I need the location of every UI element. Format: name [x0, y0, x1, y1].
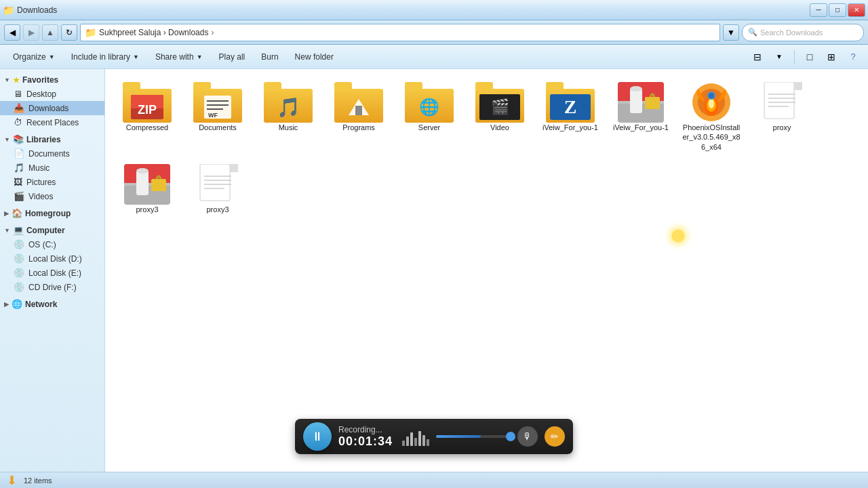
address-dropdown[interactable]: ▼	[723, 24, 739, 41]
file-item-video[interactable]: 🎬 Video	[466, 77, 534, 157]
file-item-compressed[interactable]: ZIP Compressed	[113, 77, 181, 157]
network-header[interactable]: ▶ 🌐 Network	[0, 297, 104, 311]
play-all-button[interactable]: Play all	[212, 47, 253, 66]
view-dropdown-button[interactable]: ▼	[770, 48, 789, 66]
homegroup-icon: 🏠	[12, 208, 22, 218]
network-icon: 🌐	[12, 299, 22, 309]
computer-header[interactable]: ▼ 💻 Computer	[0, 223, 104, 237]
file-label-programs: Programs	[342, 123, 375, 132]
address-path[interactable]: 📁 Sukhpreet Saluja › Downloads ›	[80, 24, 720, 41]
recent-icon: ⏱	[14, 117, 22, 127]
svg-rect-36	[200, 164, 230, 201]
svg-rect-15	[645, 97, 660, 109]
file-label-proxy3-rar: proxy3	[136, 205, 158, 214]
svg-point-34	[136, 168, 149, 174]
file-label-video: Video	[490, 123, 509, 132]
computer-section: ▼ 💻 Computer 💿 OS (C:) 💿 Local Disk (D:)…	[0, 223, 104, 294]
homegroup-arrow: ▶	[4, 210, 9, 217]
svg-rect-33	[136, 171, 149, 195]
folder-icon-sm: 📁	[85, 27, 96, 38]
file-item-proxy[interactable]: proxy	[748, 77, 816, 157]
organize-dropdown-icon: ▼	[49, 54, 55, 60]
recording-bar: ⏸ Recording... 00:01:34 🎙 ✏	[295, 419, 573, 454]
item-count: 12 items	[24, 476, 52, 485]
pictures-icon: 🖼	[14, 177, 22, 187]
drive-c-icon: 💿	[14, 239, 24, 249]
share-dropdown-icon: ▼	[197, 54, 203, 60]
music-icon: 🎵	[14, 163, 24, 173]
file-item-proxy3-rar[interactable]: proxy3	[113, 159, 181, 219]
file-item-iview2[interactable]: iVeiw_For_you-1	[607, 77, 675, 157]
network-section: ▶ 🌐 Network	[0, 297, 104, 311]
homegroup-header[interactable]: ▶ 🏠 Homegroup	[0, 206, 104, 220]
file-item-server[interactable]: 🌐 Server	[395, 77, 463, 157]
forward-button[interactable]: ▶	[23, 24, 39, 41]
sidebar-item-pictures[interactable]: 🖼 Pictures	[0, 175, 104, 189]
file-item-documents[interactable]: WF Documents	[184, 77, 252, 157]
burn-button[interactable]: Burn	[254, 47, 285, 66]
favorites-arrow: ▼	[4, 77, 10, 83]
favorites-star-icon: ★	[13, 76, 20, 85]
sidebar-item-music[interactable]: 🎵 Music	[0, 161, 104, 175]
sidebar: ▼ ★ Favorites 🖥 Desktop 📥 Downloads ⏱ Re…	[0, 69, 105, 472]
preview-pane-button[interactable]: ⊞	[822, 48, 841, 66]
sidebar-item-local-e[interactable]: 💿 Local Disk (E:)	[0, 266, 104, 280]
homegroup-section: ▶ 🏠 Homegroup	[0, 206, 104, 220]
title-left: 📁 Downloads	[3, 5, 57, 16]
svg-rect-38	[230, 164, 238, 172]
downloads-icon: 📥	[14, 103, 24, 113]
sidebar-item-local-d[interactable]: 💿 Local Disk (D:)	[0, 251, 104, 266]
file-item-programs[interactable]: Programs	[325, 77, 393, 157]
favorites-section: ▼ ★ Favorites 🖥 Desktop 📥 Downloads ⏱ Re…	[0, 73, 104, 129]
titlebar: 📁 Downloads ─ □ ✕	[0, 0, 868, 20]
view-extra-large-button[interactable]: ⊟	[748, 48, 767, 66]
include-library-button[interactable]: Include in library ▼	[64, 47, 146, 66]
file-label-compressed: Compressed	[126, 123, 168, 132]
new-folder-button[interactable]: New folder	[288, 47, 341, 66]
details-pane-button[interactable]: □	[800, 48, 819, 66]
file-label-server: Server	[418, 123, 440, 132]
svg-text:WF: WF	[208, 112, 218, 119]
desktop-icon: 🖥	[14, 89, 22, 99]
svg-point-20	[709, 99, 714, 108]
share-with-button[interactable]: Share with ▼	[148, 47, 210, 66]
organize-button[interactable]: Organize ▼	[5, 47, 62, 66]
close-button[interactable]: ✕	[848, 3, 865, 17]
favorites-header[interactable]: ▼ ★ Favorites	[0, 73, 104, 87]
file-item-iview1[interactable]: Z iVeiw_For_you-1	[536, 77, 604, 157]
drive-d-icon: 💿	[14, 253, 24, 264]
folder-icon: 📁	[3, 5, 14, 16]
sidebar-item-downloads[interactable]: 📥 Downloads	[0, 101, 104, 115]
minimize-button[interactable]: ─	[810, 3, 827, 17]
recording-progress-fill	[436, 435, 481, 438]
libraries-header[interactable]: ▼ 📚 Libraries	[0, 132, 104, 146]
recording-pause-button[interactable]: ⏸	[303, 422, 332, 451]
sidebar-item-os-c[interactable]: 💿 OS (C:)	[0, 237, 104, 251]
sidebar-item-documents[interactable]: 📄 Documents	[0, 146, 104, 161]
window-controls: ─ □ ✕	[810, 3, 865, 17]
recording-progress-bar[interactable]	[436, 435, 511, 438]
statusbar: ⬇ 12 items	[0, 472, 868, 488]
up-button[interactable]: ▲	[42, 24, 58, 41]
sidebar-item-desktop[interactable]: 🖥 Desktop	[0, 87, 104, 101]
sidebar-item-videos[interactable]: 🎬 Videos	[0, 189, 104, 203]
recording-progress-thumb	[506, 432, 515, 441]
libraries-arrow: ▼	[4, 136, 10, 143]
svg-point-22	[709, 93, 714, 98]
refresh-button[interactable]: ↻	[61, 24, 77, 41]
sidebar-item-cd-f[interactable]: 💿 CD Drive (F:)	[0, 280, 104, 294]
file-item-music[interactable]: 🎵 Music	[254, 77, 322, 157]
help-button[interactable]: ?	[844, 48, 863, 66]
maximize-button[interactable]: □	[829, 3, 846, 17]
back-button[interactable]: ◀	[4, 24, 20, 41]
file-item-proxy3-txt[interactable]: proxy3	[184, 159, 252, 219]
file-item-phoenix[interactable]: PhoenixOSInstaller_v3.0.5.469_x86_x64	[677, 77, 745, 157]
addressbar: ◀ ▶ ▲ ↻ 📁 Sukhpreet Saluja › Downloads ›…	[0, 20, 868, 45]
computer-arrow: ▼	[4, 227, 10, 234]
svg-rect-13	[630, 89, 642, 113]
recording-mic-button[interactable]: 🎙	[517, 426, 538, 447]
sidebar-item-recent[interactable]: ⏱ Recent Places	[0, 115, 104, 129]
recording-pen-button[interactable]: ✏	[545, 426, 565, 447]
libraries-section: ▼ 📚 Libraries 📄 Documents 🎵 Music 🖼 Pict…	[0, 132, 104, 203]
search-box[interactable]: 🔍 Search Downloads	[742, 24, 864, 41]
